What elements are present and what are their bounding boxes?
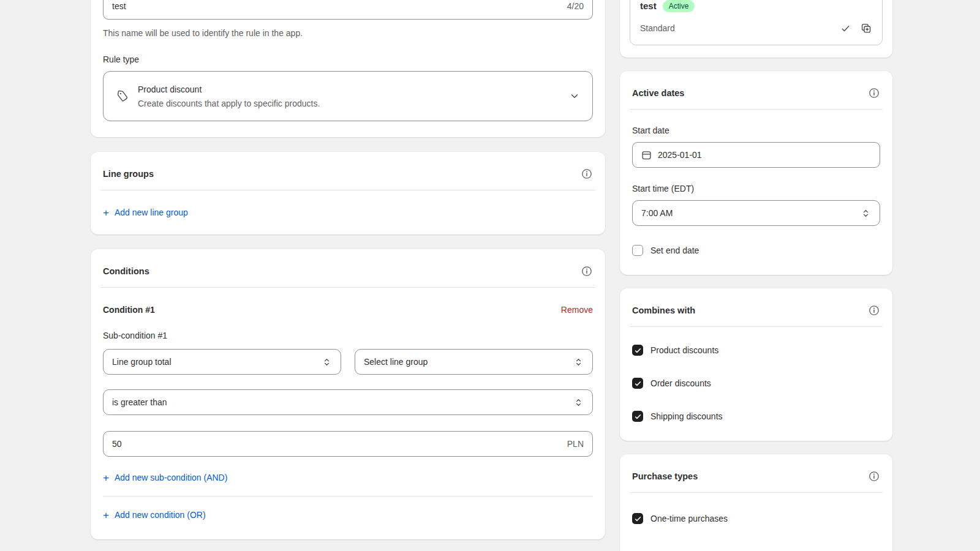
line-groups-card: Line groups + Add new line group xyxy=(91,152,605,234)
info-icon[interactable] xyxy=(581,265,593,277)
rule-type-selected-value: Product discount xyxy=(138,83,569,96)
add-sub-condition-label: Add new sub-condition (AND) xyxy=(115,471,227,484)
tag-icon xyxy=(116,89,129,103)
rule-type-select[interactable]: Product discount Create discounts that a… xyxy=(103,71,593,121)
checkbox-row-product-discounts[interactable]: Product discounts xyxy=(632,344,880,356)
divider xyxy=(103,496,593,497)
add-line-group-button[interactable]: + Add new line group xyxy=(103,206,188,219)
status-badge: Active xyxy=(663,0,695,12)
start-date-label: Start date xyxy=(632,126,880,136)
sub-condition-heading: Sub-condition #1 xyxy=(103,329,593,342)
operator-select-value: is greater than xyxy=(112,397,167,407)
select-stepper-icon xyxy=(573,397,584,408)
rule-name-field[interactable]: 4/20 xyxy=(103,0,593,20)
product-discounts-checkbox[interactable] xyxy=(632,345,643,356)
duplicate-icon[interactable] xyxy=(860,22,872,34)
line-groups-header: Line groups xyxy=(91,152,605,190)
remove-condition-button[interactable]: Remove xyxy=(561,304,593,316)
main-column: 4/20 This name will be used to identify … xyxy=(91,0,605,539)
start-date-value: 2025-01-01 xyxy=(658,150,702,160)
combines-with-title: Combines with xyxy=(632,304,695,317)
currency-suffix: PLN xyxy=(567,439,584,449)
select-stepper-icon xyxy=(573,357,584,367)
order-discounts-checkbox[interactable] xyxy=(632,378,643,389)
add-sub-condition-button[interactable]: + Add new sub-condition (AND) xyxy=(103,471,227,484)
set-end-date-label: Set end date xyxy=(650,244,699,257)
purchase-types-body: One-time purchases xyxy=(620,493,892,551)
check-icon[interactable] xyxy=(840,23,851,34)
side-column: test Active Standard xyxy=(620,0,892,551)
set-end-date-checkbox-row[interactable]: Set end date xyxy=(632,244,880,257)
active-dates-body: Start date 2025-01-01 Start time (EDT) 7… xyxy=(620,110,892,275)
rule-summary-box: test Active Standard xyxy=(630,0,883,45)
start-time-label: Start time (EDT) xyxy=(632,184,880,194)
checkbox-label: Shipping discounts xyxy=(650,410,723,422)
summary-actions xyxy=(840,22,872,34)
start-time-select[interactable]: 7:00 AM xyxy=(632,200,880,226)
combines-with-header: Combines with xyxy=(620,288,892,326)
conditions-card: Conditions Condition #1 Remove Sub-condi… xyxy=(91,249,605,539)
line-groups-title: Line groups xyxy=(103,168,154,180)
condition-field-value: Line group total xyxy=(112,357,172,367)
checkbox-row-order-discounts[interactable]: Order discounts xyxy=(632,377,880,389)
plus-icon: + xyxy=(103,510,109,520)
add-condition-button[interactable]: + Add new condition (OR) xyxy=(103,509,206,521)
amount-input[interactable] xyxy=(112,439,560,449)
checkbox-label: Order discounts xyxy=(650,377,711,389)
character-counter: 4/20 xyxy=(567,1,584,11)
rule-type-description: Create discounts that apply to specific … xyxy=(138,97,569,110)
summary-name-row: test Active xyxy=(640,0,872,13)
add-line-group-label: Add new line group xyxy=(115,206,188,219)
select-stepper-icon xyxy=(322,357,332,367)
add-condition-label: Add new condition (OR) xyxy=(115,509,206,521)
rule-name-helper-text: This name will be used to identify the r… xyxy=(103,28,593,39)
active-dates-card: Active dates Start date 2025-01-0 xyxy=(620,71,892,275)
purchase-types-header: Purchase types xyxy=(620,454,892,492)
chevron-down-icon xyxy=(569,91,580,102)
one-time-purchases-checkbox[interactable] xyxy=(632,513,643,524)
select-stepper-icon xyxy=(861,208,871,219)
combines-with-body: Product discounts Order discounts Shippi… xyxy=(620,327,892,441)
sub-condition-select-row: Line group total Select line group xyxy=(103,349,593,375)
plus-icon: + xyxy=(103,208,109,218)
summary-rule-kind: Standard xyxy=(640,21,840,35)
plus-icon: + xyxy=(103,473,109,483)
active-dates-title: Active dates xyxy=(632,87,684,99)
line-groups-body: + Add new line group xyxy=(91,190,605,234)
shipping-discounts-checkbox[interactable] xyxy=(632,411,643,422)
purchase-types-title: Purchase types xyxy=(632,470,698,482)
rule-name-card: 4/20 This name will be used to identify … xyxy=(91,0,605,137)
info-icon[interactable] xyxy=(868,87,880,99)
conditions-body: Condition #1 Remove Sub-condition #1 Lin… xyxy=(91,288,605,539)
amount-field[interactable]: PLN xyxy=(103,431,593,457)
operator-select[interactable]: is greater than xyxy=(103,389,593,415)
condition-heading-row: Condition #1 Remove xyxy=(103,304,593,316)
summary-kind-row: Standard xyxy=(640,21,872,35)
rule-type-label: Rule type xyxy=(103,54,593,65)
active-dates-header: Active dates xyxy=(620,71,892,109)
add-sub-condition-row: + Add new sub-condition (AND) xyxy=(103,471,593,484)
checkbox-label: One-time purchases xyxy=(650,512,728,525)
conditions-title: Conditions xyxy=(103,265,149,277)
line-group-select-value: Select line group xyxy=(364,357,428,367)
info-icon[interactable] xyxy=(868,304,880,317)
checkbox-row-shipping-discounts[interactable]: Shipping discounts xyxy=(632,410,880,422)
set-end-date-checkbox[interactable] xyxy=(632,245,643,256)
rule-name-input[interactable] xyxy=(112,1,560,11)
rule-type-text: Product discount Create discounts that a… xyxy=(138,83,569,110)
checkbox-row-one-time-purchases[interactable]: One-time purchases xyxy=(632,512,880,525)
calendar-icon xyxy=(641,149,652,161)
info-icon[interactable] xyxy=(581,168,593,180)
summary-rule-name: test xyxy=(640,0,657,13)
combines-with-card: Combines with Product discounts xyxy=(620,288,892,441)
condition-heading: Condition #1 xyxy=(103,304,155,316)
checkbox-label: Product discounts xyxy=(650,344,718,356)
start-date-field[interactable]: 2025-01-01 xyxy=(632,142,880,168)
rule-summary-card: test Active Standard xyxy=(620,0,892,58)
info-icon[interactable] xyxy=(868,470,880,482)
start-time-value: 7:00 AM xyxy=(641,208,673,218)
purchase-types-card: Purchase types One-time purchases xyxy=(620,454,892,551)
condition-field-select[interactable]: Line group total xyxy=(103,349,341,375)
line-group-select[interactable]: Select line group xyxy=(355,349,593,375)
conditions-header: Conditions xyxy=(91,249,605,287)
